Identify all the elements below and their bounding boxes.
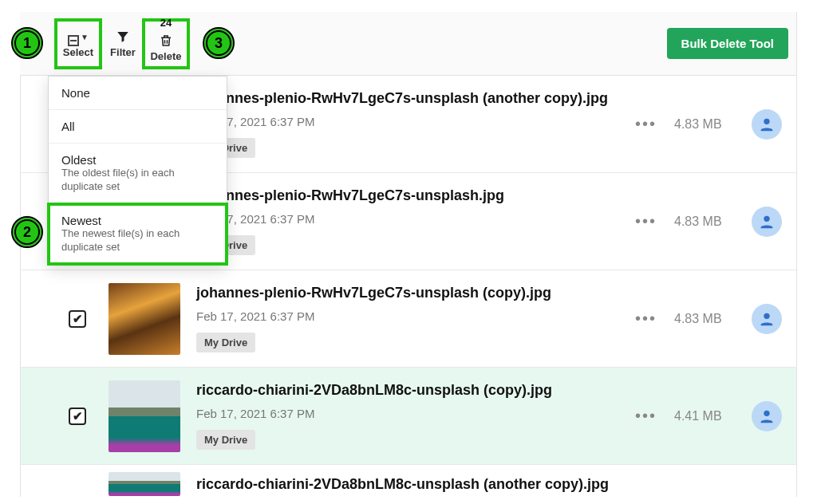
file-size: 4.83 MB [674, 312, 734, 326]
more-actions-icon[interactable]: ••• [635, 212, 657, 230]
annotation-step-3: 3 [204, 29, 233, 57]
more-actions-icon[interactable]: ••• [635, 309, 657, 328]
file-date: Feb 17, 2021 6:37 PM [196, 309, 635, 323]
drive-chip[interactable]: My Drive [196, 333, 255, 352]
file-size: 4.83 MB [674, 215, 734, 229]
owner-avatar[interactable] [752, 304, 782, 334]
file-row[interactable]: riccardo-chiarini-2VDa8bnLM8c-unsplash (… [21, 465, 796, 497]
select-label: Select [63, 46, 93, 58]
svg-point-2 [764, 313, 769, 318]
select-button[interactable]: ▼ Select [56, 20, 101, 68]
owner-avatar[interactable] [752, 401, 782, 431]
file-date: Feb 17, 2021 6:37 PM [196, 115, 635, 128]
more-actions-icon[interactable]: ••• [635, 407, 657, 425]
trash-icon [159, 33, 173, 50]
delete-label: Delete [150, 50, 181, 62]
bulk-delete-button[interactable]: Bulk Delete Tool [667, 28, 788, 59]
file-thumbnail [109, 380, 180, 452]
file-size: 4.41 MB [674, 409, 734, 423]
svg-point-1 [764, 215, 769, 221]
toolbar: ▼ Select Filter 24 Delete Bulk Delete To… [20, 12, 797, 76]
file-name: johannes-plenio-RwHv7LgeC7s-unsplash (co… [196, 285, 635, 301]
file-date: Feb 17, 2021 6:37 PM [196, 407, 635, 420]
row-checkbox[interactable]: ✔ [69, 408, 86, 425]
dropdown-item-none[interactable]: None [49, 77, 227, 110]
delete-button[interactable]: 24 Delete [144, 20, 188, 68]
file-size: 4.83 MB [674, 117, 734, 132]
file-name: johannes-plenio-RwHv7LgeC7s-unsplash (an… [196, 90, 635, 107]
dropdown-item-newest[interactable]: Newest The newest file(s) in each duplic… [49, 204, 227, 264]
owner-avatar[interactable] [752, 109, 782, 140]
annotation-step-1: 1 [13, 29, 41, 57]
select-dropdown: None All Oldest The oldest file(s) in ea… [48, 76, 227, 265]
file-thumbnail [109, 472, 180, 496]
file-row[interactable]: ✔ riccardo-chiarini-2VDa8bnLM8c-unsplash… [21, 368, 796, 465]
file-name: johannes-plenio-RwHv7LgeC7s-unsplash.jpg [196, 187, 635, 204]
dropdown-item-oldest[interactable]: Oldest The oldest file(s) in each duplic… [49, 144, 227, 204]
drive-chip[interactable]: My Drive [196, 430, 255, 450]
file-name: riccardo-chiarini-2VDa8bnLM8c-unsplash (… [196, 476, 782, 493]
filter-button[interactable]: Filter [101, 20, 145, 68]
file-date: Feb 17, 2021 6:37 PM [196, 212, 635, 226]
file-row[interactable]: ✔ johannes-plenio-RwHv7LgeC7s-unsplash (… [21, 270, 796, 368]
funnel-icon [116, 30, 130, 46]
owner-avatar[interactable] [752, 207, 782, 237]
file-name: riccardo-chiarini-2VDa8bnLM8c-unsplash (… [196, 382, 635, 399]
row-checkbox[interactable]: ✔ [69, 310, 86, 328]
dropdown-item-all[interactable]: All [49, 110, 227, 144]
annotation-step-2: 2 [13, 218, 41, 246]
filter-label: Filter [110, 46, 136, 58]
more-actions-icon[interactable]: ••• [635, 115, 657, 133]
delete-count: 24 [160, 17, 172, 29]
select-indeterminate-icon: ▼ [68, 30, 89, 46]
file-thumbnail [109, 283, 180, 355]
svg-point-3 [764, 410, 769, 415]
svg-point-0 [764, 118, 769, 124]
